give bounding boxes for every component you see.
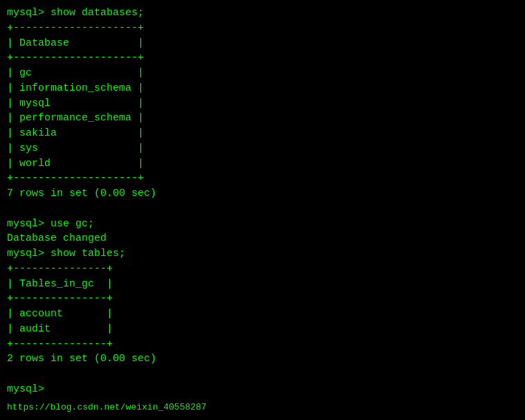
terminal-output: mysql> show databases; +----------------… (7, 6, 518, 397)
footer-bar: https://blog.csdn.net/weixin_40558287 (7, 401, 518, 414)
footer-url: https://blog.csdn.net/weixin_40558287 (7, 401, 207, 414)
